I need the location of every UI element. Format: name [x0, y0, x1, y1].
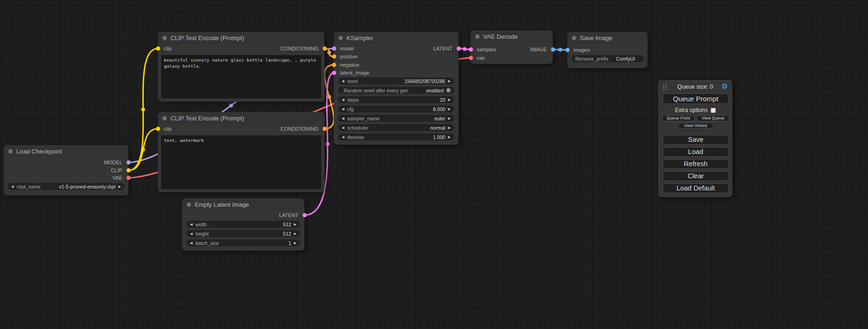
output-port-clip[interactable]: CLIP	[111, 167, 128, 174]
node-collapse-dot[interactable]	[162, 36, 167, 40]
increment-icon[interactable]: ▶	[448, 117, 451, 120]
drag-handle-icon[interactable]	[663, 84, 667, 90]
node-title-bar[interactable]: Load Checkpoint	[4, 145, 128, 157]
node-title-bar[interactable]: VAE Decode	[471, 30, 553, 42]
input-port-samples[interactable]: samples	[471, 46, 496, 53]
output-port-conditioning[interactable]: CONDITIONING	[281, 45, 325, 52]
node-empty-latent-image[interactable]: Empty Latent Image LATENT ◀ width 512 ▶ …	[182, 198, 304, 251]
decrement-icon[interactable]: ◀	[190, 232, 192, 235]
decrement-icon[interactable]: ◀	[342, 126, 344, 129]
input-port-images[interactable]: images	[567, 47, 590, 53]
increment-icon[interactable]: ▶	[448, 135, 451, 139]
node-collapse-dot[interactable]	[572, 36, 576, 40]
refresh-button[interactable]: Refresh	[663, 159, 729, 169]
increment-icon[interactable]: ▶	[448, 126, 451, 129]
increment-icon[interactable]: ▶	[294, 223, 296, 226]
output-port-model[interactable]: MODEL	[104, 159, 128, 166]
vae-port-dot[interactable]	[469, 56, 473, 60]
increment-icon[interactable]: ▶	[448, 107, 451, 111]
decrement-icon[interactable]: ◀	[342, 98, 344, 101]
load-button[interactable]: Load	[663, 147, 729, 157]
queue-prompt-button[interactable]: Queue Prompt	[663, 93, 729, 104]
decrement-icon[interactable]: ◀	[190, 241, 192, 245]
random-seed-toggle-widget[interactable]: Random seed after every gen enabled	[338, 87, 454, 94]
input-port-model[interactable]: model	[334, 45, 354, 52]
link-midpoint-dot[interactable]	[141, 148, 145, 152]
model-port-dot[interactable]	[127, 161, 131, 165]
view-queue-button[interactable]: View Queue	[697, 115, 729, 121]
steps-widget[interactable]: ◀ steps 20 ▶	[338, 96, 454, 103]
output-port-latent[interactable]: LATENT	[279, 212, 304, 218]
link-midpoint-dot[interactable]	[463, 47, 466, 51]
node-collapse-dot[interactable]	[475, 35, 480, 39]
output-port-latent[interactable]: LATENT	[433, 45, 459, 52]
filename-prefix-widget[interactable]: filename_prefix ComfyUI	[572, 55, 643, 62]
node-save-image[interactable]: Save Image images filename_prefix ComfyU…	[567, 32, 648, 68]
node-collapse-dot[interactable]	[162, 116, 167, 120]
seed-widget[interactable]: ◀ seed 156680208700286 ▶	[338, 77, 454, 84]
node-title-bar[interactable]: Empty Latent Image	[182, 198, 304, 210]
link-midpoint-dot[interactable]	[229, 104, 233, 107]
height-widget[interactable]: ◀ height 512 ▶	[186, 230, 300, 237]
increment-icon[interactable]: ▶	[294, 232, 296, 235]
node-title-bar[interactable]: CLIP Text Encode (Prompt)	[158, 112, 325, 124]
cfg-widget[interactable]: ◀ cfg 8.000 ▶	[338, 105, 454, 112]
toggle-knob-icon[interactable]	[446, 88, 451, 92]
input-port-positive[interactable]: positive	[334, 53, 357, 60]
increment-icon[interactable]: ▶	[448, 98, 451, 101]
decrement-icon[interactable]: ◀	[342, 117, 344, 120]
save-button[interactable]: Save	[663, 135, 729, 145]
input-port-clip[interactable]: clip	[158, 45, 172, 52]
width-widget[interactable]: ◀ width 512 ▶	[186, 221, 300, 228]
node-title-bar[interactable]: KSampler	[334, 32, 459, 44]
latent-port-dot[interactable]	[457, 47, 461, 51]
positive-prompt-textarea[interactable]: beautiful scenery nature glass bottle la…	[161, 55, 321, 98]
link-midpoint-dot[interactable]	[141, 108, 145, 112]
clip-port-dot[interactable]	[156, 127, 160, 131]
node-collapse-dot[interactable]	[339, 36, 343, 40]
extra-options-checkbox[interactable]	[711, 108, 716, 113]
decrement-icon[interactable]: ◀	[190, 223, 192, 226]
input-port-vae[interactable]: vae	[471, 55, 485, 61]
clip-port-dot[interactable]	[156, 47, 160, 51]
link-midpoint-dot[interactable]	[327, 51, 331, 55]
increment-icon[interactable]: ▶	[294, 241, 296, 245]
view-history-button[interactable]: View History	[678, 123, 713, 129]
sampler-name-widget[interactable]: ◀ sampler_name euler ▶	[338, 115, 454, 122]
decrement-icon[interactable]: ◀	[342, 135, 344, 139]
output-port-vae[interactable]: VAE	[113, 175, 128, 181]
conditioning-port-dot[interactable]	[332, 63, 336, 67]
node-title-bar[interactable]: Save Image	[567, 32, 648, 44]
link-midpoint-dot[interactable]	[326, 142, 330, 146]
decrement-icon[interactable]: ◀	[342, 107, 344, 111]
batch-size-widget[interactable]: ◀ batch_size 1 ▶	[186, 239, 300, 246]
node-ksampler[interactable]: KSampler model positive negative latent_…	[334, 32, 459, 145]
graph-canvas[interactable]: Load Checkpoint MODEL CLIP VAE ◀ ckpt_na…	[0, 0, 868, 329]
output-port-image[interactable]: IMAGE	[530, 46, 553, 53]
node-load-checkpoint[interactable]: Load Checkpoint MODEL CLIP VAE ◀ ckpt_na…	[4, 145, 128, 196]
queue-front-button[interactable]: Queue Front	[662, 115, 695, 121]
conditioning-port-dot[interactable]	[323, 127, 327, 131]
node-clip-text-encode-negative[interactable]: CLIP Text Encode (Prompt) clip CONDITION…	[158, 112, 325, 192]
decrement-icon[interactable]: ◀	[342, 79, 344, 83]
latent-port-dot[interactable]	[303, 213, 307, 217]
image-port-dot[interactable]	[551, 48, 555, 52]
link-midpoint-dot[interactable]	[327, 95, 331, 99]
output-port-conditioning[interactable]: CONDITIONING	[281, 126, 325, 132]
increment-icon[interactable]: ▶	[119, 185, 121, 188]
conditioning-port-dot[interactable]	[323, 47, 327, 51]
conditioning-port-dot[interactable]	[332, 55, 336, 59]
input-port-negative[interactable]: negative	[334, 62, 360, 68]
ckpt-name-widget[interactable]: ◀ ckpt_name v1-5-pruned-emaonly.ckpt ▶	[7, 183, 125, 190]
link-midpoint-dot[interactable]	[558, 48, 562, 52]
image-port-dot[interactable]	[565, 48, 570, 52]
increment-icon[interactable]: ▶	[448, 79, 451, 83]
node-clip-text-encode-positive[interactable]: CLIP Text Encode (Prompt) clip CONDITION…	[158, 32, 325, 102]
settings-gear-icon[interactable]: ⚙	[722, 83, 728, 90]
model-port-dot[interactable]	[332, 47, 336, 51]
latent-port-dot[interactable]	[332, 71, 336, 75]
clear-button[interactable]: Clear	[663, 171, 729, 181]
scheduler-widget[interactable]: ◀ scheduler normal ▶	[338, 124, 454, 131]
input-port-latent-image[interactable]: latent_image	[334, 70, 369, 76]
load-default-button[interactable]: Load Default	[663, 183, 729, 193]
